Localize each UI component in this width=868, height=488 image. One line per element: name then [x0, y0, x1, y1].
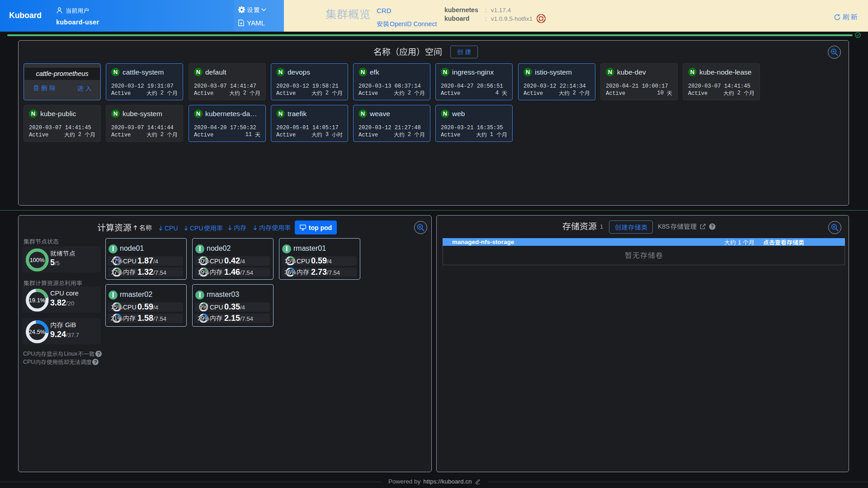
svg-text:?: ?	[711, 224, 714, 229]
